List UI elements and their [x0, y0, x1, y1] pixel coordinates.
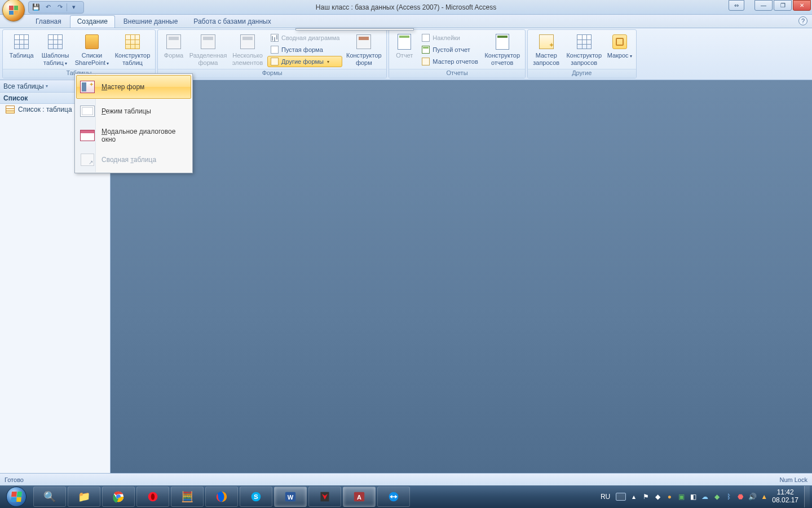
mdi-resize-button[interactable]: ⇔: [729, 0, 744, 11]
table-designer-icon: [123, 33, 142, 51]
taskbar-app-explorer[interactable]: 📁: [68, 487, 100, 507]
macro-icon: [611, 33, 629, 51]
minimize-button[interactable]: —: [754, 0, 773, 11]
maximize-button[interactable]: ❐: [774, 0, 792, 11]
table-button[interactable]: Таблица: [5, 31, 38, 61]
taskbar-app-skype[interactable]: S: [240, 487, 272, 507]
quick-access-toolbar: 💾 ↶ ↷ ▾: [28, 1, 84, 14]
taskbar-app-teamviewer[interactable]: [377, 487, 410, 507]
blank-report-button[interactable]: Пустой отчет: [418, 44, 480, 55]
tray-app-icon-5[interactable]: ☁: [700, 492, 709, 501]
ribbon-group-other: Мастер запросов Конструктор запросов Мак…: [527, 29, 637, 78]
tray-app-icon-4[interactable]: ◧: [689, 492, 698, 501]
blank-report-label: Пустой отчет: [433, 46, 470, 53]
menu-item-modal-dialog[interactable]: Модальное диалоговое окно: [76, 124, 191, 147]
form-designer-button[interactable]: Конструктор форм: [343, 31, 384, 68]
tray-chevron-icon[interactable]: ▴: [629, 492, 638, 501]
taskbar: 🔍 📁 🧮 S W A RU ▴ ⚑ ◆ ● ▣ ◧ ☁ ◆ ᛒ ⬣ 🔊 ▲ 1…: [0, 485, 812, 508]
qat-undo-icon[interactable]: ↶: [43, 2, 53, 12]
window-controls: — ❐ ✕: [754, 0, 811, 11]
modal-dialog-icon: [80, 128, 95, 143]
tray-icons: ▴ ⚑ ◆ ● ▣ ◧ ☁ ◆ ᛒ ⬣ 🔊 ▲: [629, 492, 769, 501]
table-icon: [12, 33, 30, 51]
table-designer-label: Конструктор таблиц: [113, 52, 152, 66]
blank-form-label: Пустая форма: [281, 46, 323, 53]
tray-app-icon-7[interactable]: ⬣: [736, 492, 745, 501]
form-designer-label: Конструктор форм: [345, 52, 383, 66]
taskbar-clock[interactable]: 11:42 08.02.17: [772, 489, 798, 505]
qat-customize-icon[interactable]: ▾: [69, 2, 79, 12]
menu-item-datasheet[interactable]: Режим таблицы: [76, 99, 191, 123]
form-designer-icon: [355, 33, 373, 51]
blank-form-icon: [270, 45, 279, 54]
tray-app-icon-1[interactable]: ◆: [653, 492, 662, 501]
help-button[interactable]: ?: [798, 16, 807, 25]
query-designer-button[interactable]: Конструктор запросов: [564, 31, 604, 68]
qat-redo-icon[interactable]: ↷: [55, 2, 65, 12]
report-button-label: Отчет: [396, 52, 413, 59]
tray-volume-icon[interactable]: 🔊: [748, 492, 757, 501]
taskbar-app-pdf[interactable]: [308, 487, 341, 507]
svg-text:A: A: [357, 494, 361, 501]
taskbar-app-firefox[interactable]: [205, 487, 238, 507]
sharepoint-icon: [83, 33, 101, 51]
table-designer-button[interactable]: Конструктор таблиц: [112, 31, 153, 68]
show-desktop-button[interactable]: [804, 486, 810, 507]
taskbar-app-1[interactable]: 🔍: [33, 487, 66, 507]
table-templates-button[interactable]: Шаблоны таблиц: [39, 31, 72, 68]
tab-external-data[interactable]: Внешние данные: [116, 15, 186, 28]
tray-app-icon-8[interactable]: ▲: [760, 492, 769, 501]
table-button-label: Таблица: [9, 52, 33, 59]
query-wizard-icon: [537, 33, 555, 51]
tray-bluetooth-icon[interactable]: ᛒ: [724, 492, 733, 501]
taskbar-app-access[interactable]: A: [343, 487, 376, 507]
multiple-items-label: Несколько элементов: [230, 52, 265, 66]
navpane-category-dropdown[interactable]: Все таблицы: [3, 82, 48, 90]
close-button[interactable]: ✕: [793, 0, 811, 11]
query-wizard-button[interactable]: Мастер запросов: [530, 31, 563, 68]
tray-app-icon-3[interactable]: ▣: [677, 492, 686, 501]
svg-point-3: [151, 493, 155, 500]
qat-save-icon[interactable]: 💾: [31, 2, 41, 12]
split-form-icon: [199, 33, 217, 51]
menu-item-form-wizard[interactable]: Мастер форм: [76, 75, 191, 99]
tab-database-tools[interactable]: Работа с базами данных: [186, 15, 278, 28]
table-templates-label: Шаблоны таблиц: [40, 52, 70, 66]
window-title: Наш класс : база данных (Access 2007) - …: [316, 3, 496, 11]
tray-app-icon-2[interactable]: ●: [665, 492, 674, 501]
menu-item-pivot-table: Сводная таблица: [76, 148, 191, 172]
labels-button: Наклейки: [418, 32, 480, 43]
tab-home[interactable]: Главная: [28, 15, 69, 28]
report-designer-label: Конструктор отчетов: [483, 52, 522, 66]
statusbar: Готово Num Lock: [0, 473, 812, 485]
datasheet-icon: [80, 103, 95, 119]
blank-report-icon: [421, 45, 430, 54]
sharepoint-lists-button[interactable]: Списки SharePoint: [73, 31, 111, 68]
input-language[interactable]: RU: [598, 493, 612, 501]
tray-app-icon-6[interactable]: ◆: [712, 492, 721, 501]
form-button-label: Форма: [164, 52, 183, 59]
status-right: Num Lock: [779, 476, 807, 483]
split-form-button: Разделенная форма: [188, 31, 228, 68]
more-forms-button[interactable]: Другие формы: [267, 56, 342, 67]
pivot-chart-label: Сводная диаграмма: [281, 34, 339, 41]
tab-create[interactable]: Создание: [70, 15, 115, 28]
system-tray: RU ▴ ⚑ ◆ ● ▣ ◧ ☁ ◆ ᛒ ⬣ 🔊 ▲ 11:42 08.02.1…: [598, 485, 810, 508]
report-icon: [395, 33, 413, 51]
taskbar-app-word[interactable]: W: [274, 487, 307, 507]
taskbar-app-calculator[interactable]: 🧮: [171, 487, 204, 507]
blank-form-button[interactable]: Пустая форма: [267, 44, 342, 55]
start-button[interactable]: [1, 485, 32, 508]
table-templates-icon: [46, 33, 64, 51]
report-wizard-button[interactable]: Мастер отчетов: [418, 56, 480, 67]
mdi-window-controls: ⇔: [729, 0, 744, 11]
sharepoint-lists-label: Списки SharePoint: [74, 52, 110, 66]
tray-flag-icon[interactable]: ⚑: [641, 492, 650, 501]
keyboard-icon[interactable]: [616, 493, 626, 501]
taskbar-app-opera[interactable]: [136, 487, 169, 507]
macro-button[interactable]: Макрос: [606, 31, 634, 61]
report-designer-button[interactable]: Конструктор отчетов: [482, 31, 523, 68]
split-form-label: Разделенная форма: [189, 52, 227, 66]
taskbar-app-chrome[interactable]: [102, 487, 135, 507]
navpane-item-label: Список : таблица: [18, 106, 72, 113]
